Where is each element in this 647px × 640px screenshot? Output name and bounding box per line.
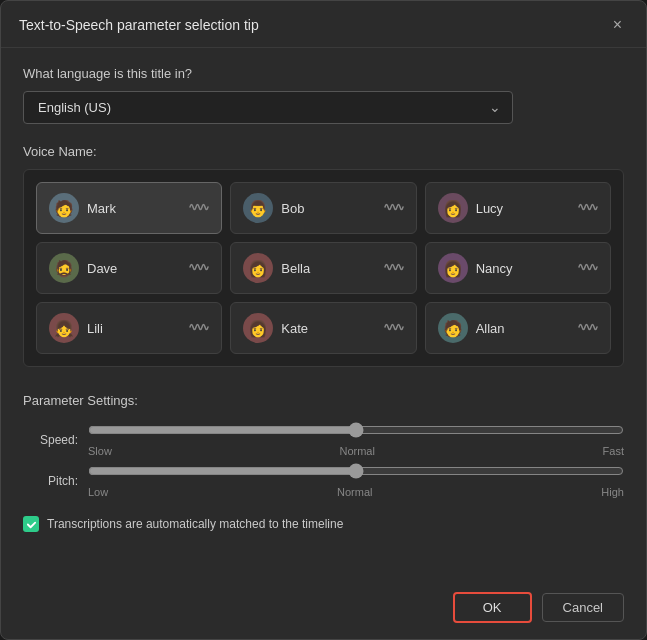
pitch-row: Pitch: Low Normal High <box>23 463 624 498</box>
wave-icon-kate <box>384 320 404 337</box>
dialog-footer: OK Cancel <box>1 580 646 639</box>
voice-section: Voice Name: 🧑 Mark 👨 Bob <box>23 144 624 367</box>
wave-icon-bella <box>384 260 404 277</box>
language-section: What language is this title in? English … <box>23 66 624 124</box>
speed-row: Speed: Slow Normal Fast <box>23 422 624 457</box>
dialog-header: Text-to-Speech parameter selection tip × <box>1 1 646 48</box>
params-label: Parameter Settings: <box>23 393 624 408</box>
checkbox-row: Transcriptions are automatically matched… <box>23 516 624 532</box>
wave-icon-allan <box>578 320 598 337</box>
voice-left-bob: 👨 Bob <box>243 193 304 223</box>
speed-label: Speed: <box>23 433 78 447</box>
voice-name-bob: Bob <box>281 201 304 216</box>
pitch-mid-label: Normal <box>337 486 372 498</box>
voice-card-nancy[interactable]: 👩 Nancy <box>425 242 611 294</box>
voice-card-bella[interactable]: 👩 Bella <box>230 242 416 294</box>
voice-card-bob[interactable]: 👨 Bob <box>230 182 416 234</box>
dialog-body: What language is this title in? English … <box>1 48 646 580</box>
voice-name-bella: Bella <box>281 261 310 276</box>
speed-mid-label: Normal <box>339 445 374 457</box>
wave-icon-dave <box>189 260 209 277</box>
checkbox-label: Transcriptions are automatically matched… <box>47 517 343 531</box>
voice-card-lucy[interactable]: 👩 Lucy <box>425 182 611 234</box>
voice-card-kate[interactable]: 👩 Kate <box>230 302 416 354</box>
speed-slider-container: Slow Normal Fast <box>88 422 624 457</box>
wave-icon-bob <box>384 200 404 217</box>
voice-left-bella: 👩 Bella <box>243 253 310 283</box>
pitch-min-label: Low <box>88 486 108 498</box>
voice-name-dave: Dave <box>87 261 117 276</box>
voice-left-nancy: 👩 Nancy <box>438 253 513 283</box>
voice-grid: 🧑 Mark 👨 Bob 👩 Lucy <box>23 169 624 367</box>
close-button[interactable]: × <box>607 15 628 35</box>
voice-name-mark: Mark <box>87 201 116 216</box>
voice-avatar-nancy: 👩 <box>438 253 468 283</box>
tts-dialog: Text-to-Speech parameter selection tip ×… <box>0 0 647 640</box>
speed-markers: Slow Normal Fast <box>88 445 624 457</box>
voice-left-allan: 🧑 Allan <box>438 313 505 343</box>
voice-avatar-bella: 👩 <box>243 253 273 283</box>
speed-min-label: Slow <box>88 445 112 457</box>
voice-avatar-dave: 🧔 <box>49 253 79 283</box>
voice-card-lili[interactable]: 👧 Lili <box>36 302 222 354</box>
voice-name-lucy: Lucy <box>476 201 503 216</box>
voice-left-lili: 👧 Lili <box>49 313 103 343</box>
ok-button[interactable]: OK <box>453 592 532 623</box>
voice-name-nancy: Nancy <box>476 261 513 276</box>
voice-avatar-mark: 🧑 <box>49 193 79 223</box>
voice-left-mark: 🧑 Mark <box>49 193 116 223</box>
wave-icon-nancy <box>578 260 598 277</box>
language-label: What language is this title in? <box>23 66 624 81</box>
voice-name-kate: Kate <box>281 321 308 336</box>
cancel-button[interactable]: Cancel <box>542 593 624 622</box>
transcription-checkbox[interactable] <box>23 516 39 532</box>
voice-left-kate: 👩 Kate <box>243 313 308 343</box>
language-select[interactable]: English (US) English (UK) Spanish French… <box>23 91 513 124</box>
wave-icon-lili <box>189 320 209 337</box>
voice-card-mark[interactable]: 🧑 Mark <box>36 182 222 234</box>
params-section: Parameter Settings: Speed: Slow Normal F… <box>23 393 624 536</box>
voice-left-lucy: 👩 Lucy <box>438 193 503 223</box>
voice-avatar-lili: 👧 <box>49 313 79 343</box>
wave-icon-lucy <box>578 200 598 217</box>
pitch-slider[interactable] <box>88 463 624 479</box>
wave-icon-mark <box>189 200 209 217</box>
voice-avatar-kate: 👩 <box>243 313 273 343</box>
voice-card-allan[interactable]: 🧑 Allan <box>425 302 611 354</box>
voice-avatar-lucy: 👩 <box>438 193 468 223</box>
pitch-markers: Low Normal High <box>88 486 624 498</box>
voice-name-allan: Allan <box>476 321 505 336</box>
speed-max-label: Fast <box>603 445 624 457</box>
voice-avatar-bob: 👨 <box>243 193 273 223</box>
voice-left-dave: 🧔 Dave <box>49 253 117 283</box>
pitch-slider-container: Low Normal High <box>88 463 624 498</box>
voice-section-label: Voice Name: <box>23 144 624 159</box>
voice-name-lili: Lili <box>87 321 103 336</box>
voice-avatar-allan: 🧑 <box>438 313 468 343</box>
dialog-title: Text-to-Speech parameter selection tip <box>19 17 259 33</box>
pitch-max-label: High <box>601 486 624 498</box>
speed-slider[interactable] <box>88 422 624 438</box>
language-select-wrap: English (US) English (UK) Spanish French… <box>23 91 513 124</box>
checkmark-icon <box>26 519 37 530</box>
voice-card-dave[interactable]: 🧔 Dave <box>36 242 222 294</box>
pitch-label: Pitch: <box>23 474 78 488</box>
